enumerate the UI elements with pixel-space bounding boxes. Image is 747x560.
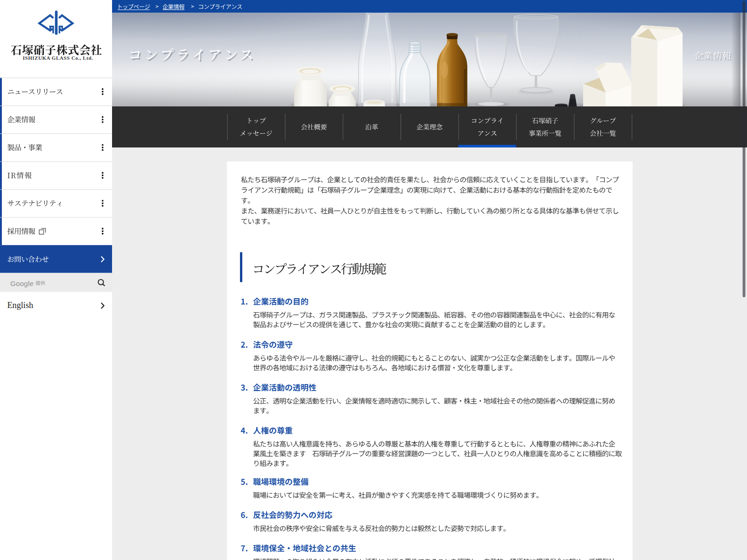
svg-text:ISHIZUKA GLASS Co., Ltd.: ISHIZUKA GLASS Co., Ltd. [23, 55, 93, 61]
svg-text:English: English [7, 301, 34, 310]
svg-text:Google: Google [10, 280, 34, 287]
